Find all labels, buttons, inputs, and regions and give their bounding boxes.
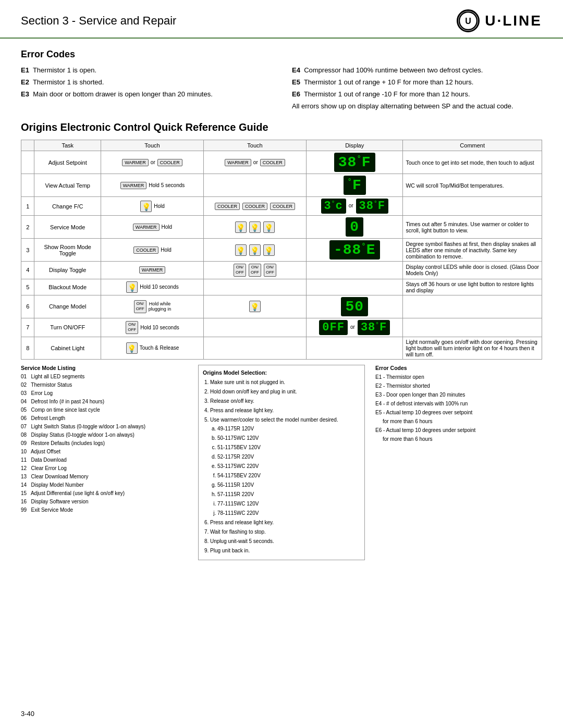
- cooler-btn2[interactable]: COOLER: [260, 159, 285, 166]
- light-btn3[interactable]: 💡: [263, 221, 275, 233]
- touch2-cell: COOLER COOLER COOLER: [203, 197, 306, 216]
- cooler-btn[interactable]: COOLER: [133, 246, 158, 254]
- comment-cell: [403, 295, 542, 318]
- task-cell: Adjust Setpoint: [34, 151, 101, 174]
- touch1-cell: WARMER Hold: [101, 216, 203, 239]
- onoff-btn[interactable]: ON/OFF: [126, 321, 138, 334]
- led-38f2: 38°F: [356, 199, 388, 214]
- touch1-cell: COOLER Hold: [101, 239, 203, 262]
- light-btn[interactable]: 💡: [126, 342, 138, 354]
- light-btn[interactable]: 💡: [126, 281, 138, 293]
- light-btn3[interactable]: 💡: [263, 244, 275, 256]
- table-row: View Actual Temp WARMER Hold 5 seconds °…: [21, 174, 542, 197]
- origins-model-box: Origins Model Selection: Make sure unit …: [198, 365, 365, 560]
- logo-text: U·LINE: [485, 13, 542, 29]
- warmer-btn[interactable]: WARMER: [120, 182, 147, 189]
- header: Section 3 - Service and Repair U U·LINE: [0, 0, 563, 39]
- comment-cell: [403, 197, 542, 216]
- touch2-cell: WARMER or COOLER: [203, 151, 306, 174]
- comment-cell: WC will scroll Top/Mid/Bot temperatures.: [403, 174, 542, 197]
- display-cell: 38°F: [306, 151, 402, 174]
- row-num: 1: [21, 197, 34, 216]
- warmer-btn2[interactable]: WARMER: [225, 159, 251, 166]
- comment-cell: Display control LEDS while door is close…: [403, 262, 542, 279]
- warmer-btn[interactable]: WARMER: [133, 224, 160, 231]
- list-item: Release on/off key.: [210, 397, 360, 405]
- list-item: 57-1115R 220V: [217, 490, 360, 499]
- table-row: 3 Show Room Mode Toggle COOLER Hold 💡 💡 …: [21, 239, 542, 262]
- onoff-btn[interactable]: ON/OFF: [134, 300, 146, 313]
- touch1-cell: 💡 Hold: [101, 197, 203, 216]
- comment-cell: Light normally goes on/off with door ope…: [403, 337, 542, 359]
- cooler-btn3[interactable]: COOLER: [270, 203, 295, 210]
- touch2-cell: [203, 279, 306, 295]
- touch1-cell: 💡 Hold 10 seconds: [101, 279, 203, 295]
- service-mode-heading: Service Mode Listing: [21, 365, 188, 371]
- page-title: Section 3 - Service and Repair: [21, 14, 176, 28]
- touch2-cell: ON/OFF ON/OFF ON/OFF: [203, 262, 306, 279]
- col-header-display: Display: [306, 140, 402, 151]
- page-number: 3-40: [21, 710, 34, 718]
- comment-cell: Degree symbol flashes at first, then dis…: [403, 239, 542, 262]
- onoff-btn1[interactable]: ON/OFF: [234, 264, 246, 277]
- warmer-btn[interactable]: WARMER: [122, 159, 149, 166]
- comment-cell: Times out after 5 minutes. Use warmer or…: [403, 216, 542, 239]
- display-cell: 0: [306, 216, 402, 239]
- error-item-e3: E3 Main door or bottom drawer is open lo…: [21, 89, 271, 99]
- logo-icon: U: [457, 9, 480, 32]
- error-codes-bottom-items: E1 - Thermistor open E2 - Thermistor sho…: [375, 373, 542, 443]
- touch2-cell: 💡 💡 💡: [203, 216, 306, 239]
- touch2-cell: [203, 318, 306, 337]
- onoff-btn3[interactable]: ON/OFF: [264, 264, 276, 277]
- light-btn2[interactable]: 💡: [249, 221, 261, 233]
- task-cell: Service Mode: [34, 216, 101, 239]
- light-btn[interactable]: 💡: [235, 244, 247, 256]
- light-btn[interactable]: 💡: [140, 201, 152, 212]
- cooler-btn[interactable]: COOLER: [215, 203, 240, 210]
- warmer-btn[interactable]: WARMER: [139, 266, 166, 274]
- error-item-e4: E4 Compressor had 100% runtime between t…: [292, 65, 542, 75]
- col-header-comment: Comment: [403, 140, 542, 151]
- list-item: Hold down on/off key and plug in unit.: [210, 387, 360, 396]
- display-cell: °F: [306, 174, 402, 197]
- light-btn[interactable]: 💡: [235, 221, 247, 233]
- error-codes-section: Error Codes E1 Thermistor 1 is open. E4 …: [21, 49, 542, 111]
- led-off: 0FF: [319, 320, 348, 335]
- cooler-btn[interactable]: COOLER: [157, 159, 182, 166]
- list-item: 50-1175WC 120V: [217, 434, 360, 442]
- led-88e: -88°E: [329, 240, 380, 260]
- row-num: 3: [21, 239, 34, 262]
- led-f: °F: [344, 176, 366, 195]
- light-btn[interactable]: 💡: [249, 301, 261, 312]
- table-row: Adjust Setpoint WARMER or COOLER WARMER …: [21, 151, 542, 174]
- task-cell: Blackout Mode: [34, 279, 101, 295]
- touch2-cell: [203, 337, 306, 359]
- touch2-cell: 💡 💡 💡: [203, 239, 306, 262]
- row-num: 5: [21, 279, 34, 295]
- cooler-btn2[interactable]: COOLER: [242, 203, 267, 210]
- table-row: 4 Display Toggle WARMER ON/OFF ON/OFF ON…: [21, 262, 542, 279]
- touch2-cell: [203, 174, 306, 197]
- list-item: 53-1175WC 220V: [217, 462, 360, 471]
- origins-model-heading: Origins Model Selection:: [203, 369, 360, 376]
- touch1-cell: ON/OFF Hold 10 seconds: [101, 318, 203, 337]
- task-cell: Turn ON/OFF: [34, 318, 101, 337]
- row-num: 7: [21, 318, 34, 337]
- logo-area: U U·LINE: [457, 9, 542, 32]
- error-note: All errors show up on display alternatin…: [292, 101, 542, 111]
- table-row: 5 Blackout Mode 💡 Hold 10 seconds Stays …: [21, 279, 542, 295]
- error-item-e2: E2 Thermistor 1 is shorted.: [21, 77, 271, 87]
- bottom-section: Service Mode Listing 01 Light all LED se…: [21, 365, 542, 560]
- light-btn2[interactable]: 💡: [249, 244, 261, 256]
- origins-heading: Origins Electronic Control Quick Referen…: [21, 121, 542, 133]
- task-cell: Display Toggle: [34, 262, 101, 279]
- main-content: Error Codes E1 Thermistor 1 is open. E4 …: [0, 39, 563, 571]
- onoff-btn2[interactable]: ON/OFF: [249, 264, 261, 277]
- list-item: Press and release light key.: [210, 406, 360, 415]
- reference-table: Task Touch Touch Display Comment Adjust …: [21, 140, 542, 360]
- touch1-cell: ON/OFF Hold whileplugging in: [101, 295, 203, 318]
- list-item: Plug unit back in.: [210, 546, 360, 555]
- list-item: 54-1175BEV 220V: [217, 471, 360, 480]
- list-item: Press and release light key.: [210, 518, 360, 527]
- row-num: 6: [21, 295, 34, 318]
